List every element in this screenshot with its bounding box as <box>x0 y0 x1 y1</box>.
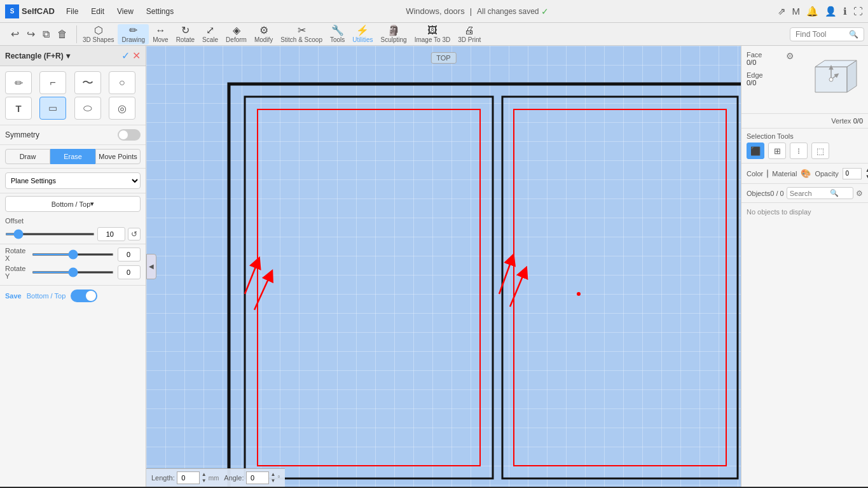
text-icon: T <box>15 103 21 114</box>
delete-button[interactable]: 🗑 <box>55 27 69 42</box>
rotate-x-slider[interactable] <box>32 253 114 256</box>
selection-tools-label: Selection Tools <box>747 132 863 140</box>
opacity-down[interactable]: ▼ <box>865 174 868 180</box>
toolbar-imageto3d[interactable]: 🖼 Image To 3D <box>411 24 455 45</box>
menu-file[interactable]: File <box>62 6 82 17</box>
info-icon[interactable]: ℹ <box>843 6 847 17</box>
tool-text[interactable]: T <box>5 97 32 120</box>
toolbar-modify[interactable]: ⚙ Modify <box>251 24 277 45</box>
length-spinner[interactable]: ▲ ▼ <box>202 471 207 484</box>
angle-up[interactable]: ▲ <box>271 471 276 478</box>
tool-circle[interactable]: ○ <box>109 71 135 94</box>
symmetry-toggle-knob <box>119 130 128 139</box>
offset-refresh-button[interactable]: ↺ <box>128 228 141 241</box>
toolbar-sculpting[interactable]: 🗿 Sculpting <box>377 24 411 45</box>
redo-button[interactable]: ↪ <box>25 26 37 42</box>
sel-tool-dotgrid[interactable]: ⁝ <box>790 143 808 159</box>
face-edge-labels: Face 0/0 Edge 0/0 <box>747 51 781 87</box>
find-tool-widget: 🔍 <box>790 27 864 41</box>
bottom-top-button[interactable]: Bottom / Top ▾ <box>5 196 141 212</box>
panel-confirm-icon[interactable]: ✓ <box>121 50 130 62</box>
canvas-area[interactable]: TOP ◀ x <box>146 46 741 487</box>
undo-button[interactable]: ↩ <box>9 26 21 42</box>
toolbar-stitch[interactable]: ✂ Stitch & Scoop <box>277 24 326 45</box>
toolbar-3dprint[interactable]: 🖨 3D Print <box>454 24 485 45</box>
top-menubar: S SelfCAD File Edit View Settings Window… <box>0 0 868 23</box>
project-title: Windows, doors <box>406 6 464 16</box>
opacity-input[interactable] <box>843 168 862 179</box>
menu-view[interactable]: View <box>113 6 137 17</box>
collapse-left-panel-button[interactable]: ◀ <box>146 254 156 279</box>
tool-pencil[interactable]: ✏ <box>5 71 32 94</box>
sel-tool-solid[interactable]: ⬛ <box>747 143 764 159</box>
menu-settings[interactable]: Settings <box>142 6 177 17</box>
objects-gear-icon[interactable]: ⚙ <box>856 189 863 198</box>
color-swatch[interactable] <box>767 169 768 178</box>
pencil-icon: ✏ <box>15 77 23 89</box>
find-tool-input[interactable] <box>796 30 846 39</box>
sel-tool-outline[interactable]: ⬚ <box>811 143 829 159</box>
3dshapes-icon: ⬡ <box>94 25 103 36</box>
rotate-y-input[interactable] <box>118 265 141 279</box>
save-status-badge: All changes saved ✓ <box>477 6 549 17</box>
3dprint-label: 3D Print <box>458 36 481 43</box>
tool-ellipse[interactable]: ⬭ <box>74 97 101 120</box>
toolbar-utilities[interactable]: ⚡ Utilities <box>348 24 376 45</box>
vertex-value: 0/0 <box>853 117 863 125</box>
tools-icon: 🔧 <box>331 25 344 36</box>
svg-point-21 <box>829 78 833 81</box>
copy-button[interactable]: ⧉ <box>41 27 52 42</box>
mode-erase[interactable]: Erase <box>50 149 95 164</box>
right-panel-gear-icon[interactable]: ⚙ <box>786 51 794 61</box>
toolbar-rotate[interactable]: ↻ Rotate <box>172 24 198 45</box>
sculpting-label: Sculpting <box>381 36 407 43</box>
opacity-up[interactable]: ▲ <box>865 167 868 174</box>
toolbar-scale[interactable]: ⤢ Scale <box>198 24 222 45</box>
tool-rectangle[interactable]: ▭ <box>39 97 66 120</box>
angle-spinner[interactable]: ▲ ▼ <box>271 471 276 484</box>
find-tool-search-icon: 🔍 <box>849 30 858 39</box>
rotate-y-slider[interactable] <box>32 271 114 274</box>
menu-edit[interactable]: Edit <box>87 6 108 17</box>
length-up[interactable]: ▲ <box>202 471 207 478</box>
toolbar-deform[interactable]: ◈ Deform <box>222 24 251 45</box>
mail-icon[interactable]: M <box>792 6 801 17</box>
objects-search-icon[interactable]: 🔍 <box>830 189 839 197</box>
objects-row: Objects 0 / 0 🔍 ⚙ <box>741 184 868 203</box>
symmetry-toggle[interactable] <box>118 129 141 141</box>
toolbar-drawing[interactable]: ✏ Drawing <box>118 24 149 45</box>
user-icon[interactable]: 👤 <box>825 6 837 17</box>
rotate-x-input[interactable] <box>118 247 141 261</box>
bell-icon[interactable]: 🔔 <box>806 6 818 17</box>
symmetry-label: Symmetry <box>5 130 39 139</box>
tool-polygon[interactable]: ⌐ <box>39 71 66 94</box>
save-toggle[interactable] <box>71 289 97 302</box>
plane-settings-select[interactable]: Plane Settings <box>5 172 141 189</box>
length-input[interactable] <box>177 471 200 484</box>
modify-label: Modify <box>254 36 273 43</box>
toolbar-move[interactable]: ↔ Move <box>149 24 172 45</box>
objects-search-input[interactable] <box>790 190 828 197</box>
sel-tool-grid[interactable]: ⊞ <box>768 143 786 159</box>
toolbar-3dshapes[interactable]: ⬡ 3D Shapes <box>79 24 118 45</box>
cube-preview-svg <box>803 54 860 105</box>
offset-slider[interactable] <box>5 233 95 235</box>
cube-3d-preview <box>799 51 863 108</box>
length-down[interactable]: ▼ <box>202 478 207 484</box>
panel-header-icons: ✓ ✕ <box>121 50 141 62</box>
toolbar-tools[interactable]: 🔧 Tools <box>326 24 348 45</box>
symmetry-row: Symmetry <box>0 125 146 145</box>
panel-close-icon[interactable]: ✕ <box>132 50 141 62</box>
fullscreen-icon[interactable]: ⛶ <box>853 6 863 17</box>
offset-input[interactable] <box>97 227 125 241</box>
tool-curve[interactable]: 〜 <box>74 71 101 94</box>
opacity-spinner[interactable]: ▲ ▼ <box>865 167 868 179</box>
angle-input[interactable] <box>246 471 269 484</box>
material-icon[interactable]: 🎨 <box>801 169 811 178</box>
share-icon[interactable]: ⇗ <box>778 6 786 17</box>
tool-arc[interactable]: ◎ <box>109 97 135 120</box>
angle-down[interactable]: ▼ <box>271 478 276 484</box>
mode-move-points[interactable]: Move Points <box>95 149 141 164</box>
mode-draw[interactable]: Draw <box>5 149 50 164</box>
logo-icon: S <box>5 4 19 18</box>
